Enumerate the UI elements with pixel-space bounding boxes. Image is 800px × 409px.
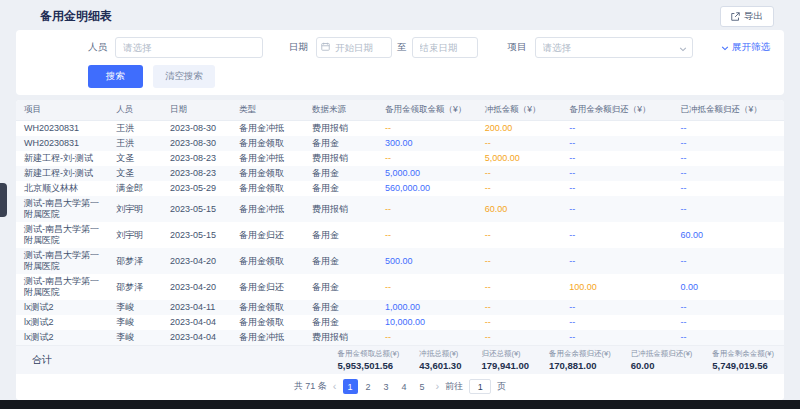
amount-cell: 60.00 <box>673 222 784 248</box>
project-cell: lx测试2 <box>16 315 108 330</box>
page-button[interactable]: 5 <box>415 379 430 394</box>
summary-stat: 归还总额(¥)179,941.00 <box>481 349 529 371</box>
source-cell: 费用报销 <box>304 330 377 345</box>
source-cell: 备用金 <box>304 166 377 181</box>
source-cell: 费用报销 <box>304 121 377 137</box>
amount-cell: -- <box>561 300 672 315</box>
drawer-handle[interactable] <box>0 183 7 217</box>
summary-stats: 备用金领取总额(¥)5,953,501.56冲抵总额(¥)43,601.30归还… <box>338 349 775 371</box>
project-cell: 北京顺义林林 <box>16 181 108 196</box>
goto-label-prefix: 前往 <box>445 380 463 393</box>
table-body: WH20230831王洪2023-08-30备用金冲抵费用报销--200.00-… <box>16 121 784 346</box>
person-cell: 刘宇明 <box>108 222 162 248</box>
amount-cell: -- <box>673 121 784 137</box>
summary-stat-title: 冲抵总额(¥) <box>419 349 461 359</box>
type-cell: 备用金领取 <box>231 248 304 274</box>
amount-cell: -- <box>673 315 784 330</box>
next-page-button[interactable]: › <box>436 381 440 392</box>
amount-cell: -- <box>561 330 672 345</box>
page-title: 备用金明细表 <box>40 8 112 25</box>
clear-search-button[interactable]: 清空搜索 <box>153 65 215 88</box>
project-filter-select[interactable] <box>535 37 693 58</box>
project-cell: 测试-南昌大学第一附属医院 <box>16 274 108 300</box>
column-header: 项目 <box>16 100 108 121</box>
amount-cell: 60.00 <box>477 196 561 222</box>
date-cell: 2023-04-11 <box>162 300 231 315</box>
goto-page-input[interactable] <box>469 379 491 394</box>
summary-stat-title: 备用金余额归还(¥) <box>549 349 611 359</box>
amount-cell: -- <box>673 166 784 181</box>
amount-cell: -- <box>477 300 561 315</box>
date-to-label: 至 <box>397 41 407 54</box>
type-cell: 备用金领取 <box>231 315 304 330</box>
summary-stat: 备用金余额归还(¥)170,881.00 <box>549 349 611 371</box>
amount-cell: -- <box>673 196 784 222</box>
source-cell: 费用报销 <box>304 151 377 166</box>
date-cell: 2023-08-30 <box>162 136 231 151</box>
page-button[interactable]: 1 <box>343 379 358 394</box>
prev-page-button[interactable]: ‹ <box>333 381 337 392</box>
amount-cell: -- <box>477 136 561 151</box>
person-cell: 文圣 <box>108 166 162 181</box>
table-row: 新建工程-刘-测试文圣2023-08-23备用金冲抵费用报销--5,000.00… <box>16 151 784 166</box>
pagination: 共 71 条 ‹ 12345 › 前往 页 <box>16 374 784 400</box>
summary-stat: 备用金剩余金额(¥)5,749,019.56 <box>712 349 774 371</box>
project-filter-input[interactable] <box>535 37 693 58</box>
search-button[interactable]: 搜索 <box>88 65 143 88</box>
project-cell: 测试-南昌大学第一附属医院 <box>16 196 108 222</box>
source-cell: 备用金 <box>304 274 377 300</box>
page-button[interactable]: 4 <box>397 379 412 394</box>
amount-cell: -- <box>561 151 672 166</box>
amount-cell: -- <box>673 330 784 345</box>
amount-cell: -- <box>561 181 672 196</box>
type-cell: 备用金领取 <box>231 136 304 151</box>
summary-stat: 备用金领取总额(¥)5,953,501.56 <box>338 349 400 371</box>
summary-stat-title: 已冲抵金额归还(¥) <box>631 349 693 359</box>
export-label: 导出 <box>744 10 763 23</box>
person-cell: 李峻 <box>108 330 162 345</box>
amount-cell: 560,000.00 <box>377 181 477 196</box>
column-header: 日期 <box>162 100 231 121</box>
amount-cell: 5,000.00 <box>377 166 477 181</box>
page-button[interactable]: 3 <box>379 379 394 394</box>
taskbar <box>0 400 800 409</box>
summary-stat-value: 5,953,501.56 <box>338 360 400 371</box>
summary-stat-value: 170,881.00 <box>549 360 611 371</box>
project-cell: WH20230831 <box>16 136 108 151</box>
amount-cell: -- <box>561 222 672 248</box>
end-date-input[interactable] <box>412 37 478 58</box>
source-cell: 费用报销 <box>304 196 377 222</box>
amount-cell: -- <box>377 121 477 137</box>
table-row: 测试-南昌大学第一附属医院刘宇明2023-05-15备用金冲抵费用报销--60.… <box>16 196 784 222</box>
filter-actions: 搜索 清空搜索 <box>30 65 770 88</box>
expand-filters-link[interactable]: 展开筛选 <box>721 41 770 54</box>
amount-cell: -- <box>377 330 477 345</box>
date-cell: 2023-08-23 <box>162 166 231 181</box>
chevron-down-icon <box>721 44 729 52</box>
date-cell: 2023-08-30 <box>162 121 231 137</box>
date-cell: 2023-08-23 <box>162 151 231 166</box>
amount-cell: -- <box>477 274 561 300</box>
amount-cell: 300.00 <box>377 136 477 151</box>
column-header: 已冲抵金额归还（¥） <box>673 100 784 121</box>
amount-cell: 5,000.00 <box>477 151 561 166</box>
table-row: 测试-南昌大学第一附属医院邵梦泽2023-04-20备用金领取备用金500.00… <box>16 248 784 274</box>
table-row: lx测试2李峻2023-04-04备用金领取备用金10,000.00------ <box>16 315 784 330</box>
type-cell: 备用金冲抵 <box>231 151 304 166</box>
page-button[interactable]: 2 <box>361 379 376 394</box>
amount-cell: -- <box>561 248 672 274</box>
source-cell: 备用金 <box>304 315 377 330</box>
person-filter-input[interactable] <box>115 37 263 58</box>
person-cell: 李峻 <box>108 315 162 330</box>
petty-cash-detail-page: 备用金明细表 导出 人员 日期 <box>0 0 800 409</box>
person-cell: 李峻 <box>108 300 162 315</box>
petty-cash-table: 项目人员日期类型数据来源备用金领取金额（¥）冲抵金额（¥）备用金余额归还（¥）已… <box>16 100 784 345</box>
export-button[interactable]: 导出 <box>720 6 774 27</box>
summary-stat-title: 归还总额(¥) <box>481 349 529 359</box>
pagination-pages: 12345 <box>343 379 430 394</box>
person-cell: 满金郎 <box>108 181 162 196</box>
amount-cell: -- <box>477 166 561 181</box>
table-row: 测试-南昌大学第一附属医院邵梦泽2023-04-20备用金归还备用金----10… <box>16 274 784 300</box>
amount-cell: 500.00 <box>377 248 477 274</box>
project-cell: 新建工程-刘-测试 <box>16 166 108 181</box>
